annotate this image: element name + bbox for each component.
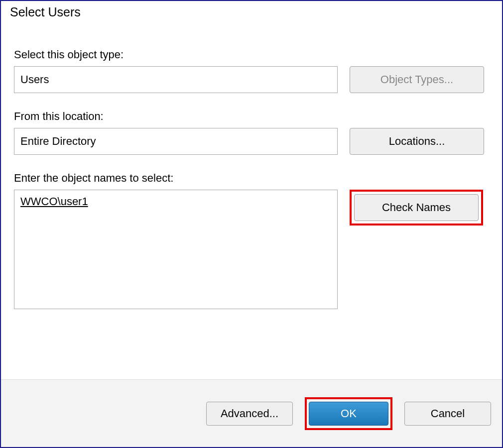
check-names-button[interactable]: Check Names (354, 194, 479, 221)
object-names-value: WWCO\user1 (20, 195, 88, 208)
object-type-label: Select this object type: (14, 48, 489, 61)
location-label: From this location: (14, 110, 489, 123)
location-group: From this location: Entire Directory Loc… (14, 110, 489, 155)
dialog-title: Select Users (1, 1, 502, 19)
location-value: Entire Directory (20, 135, 96, 148)
cancel-button[interactable]: Cancel (404, 402, 491, 426)
dialog-content: Select this object type: Users Object Ty… (1, 19, 502, 379)
object-type-value: Users (20, 73, 49, 86)
select-users-dialog: Select Users Select this object type: Us… (0, 0, 503, 448)
check-names-highlight: Check Names (350, 190, 483, 225)
names-group: Enter the object names to select: WWCO\u… (14, 172, 489, 309)
names-label: Enter the object names to select: (14, 172, 489, 185)
dialog-footer: Advanced... OK Cancel (1, 379, 502, 447)
object-type-group: Select this object type: Users Object Ty… (14, 48, 489, 93)
ok-highlight: OK (305, 397, 392, 430)
object-names-input[interactable]: WWCO\user1 (14, 190, 338, 309)
ok-button[interactable]: OK (309, 402, 388, 426)
locations-button[interactable]: Locations... (350, 128, 484, 155)
advanced-button[interactable]: Advanced... (206, 402, 293, 426)
object-types-button[interactable]: Object Types... (350, 66, 484, 93)
location-field[interactable]: Entire Directory (14, 128, 338, 155)
object-type-field[interactable]: Users (14, 66, 338, 93)
